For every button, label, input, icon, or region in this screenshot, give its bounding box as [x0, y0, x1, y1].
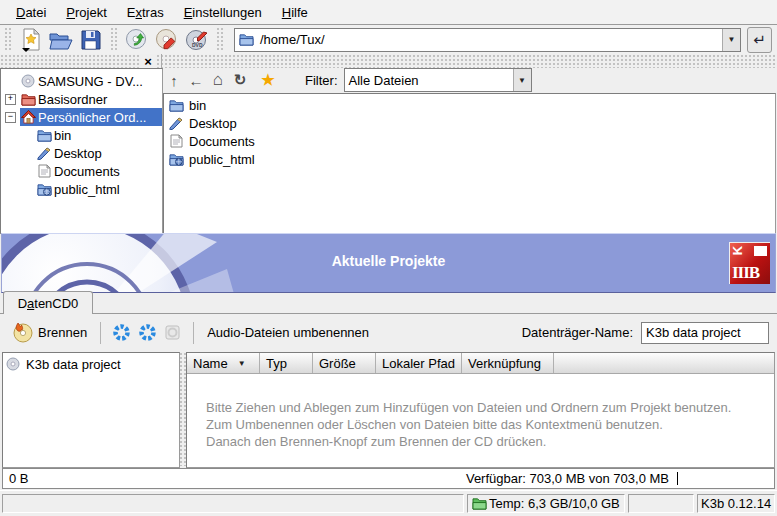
- drop-hint-text: Bitte Ziehen und Ablegen zum Hinzufügen …: [187, 374, 774, 450]
- tree-item-desktop[interactable]: Desktop: [1, 144, 162, 162]
- tree-item-basisordner[interactable]: + Basisordner: [1, 90, 162, 108]
- tree-item-persoenlicher-ordner[interactable]: − Persönlicher Ord...: [1, 108, 162, 126]
- expander-plus-icon[interactable]: +: [5, 94, 16, 105]
- column-header-verknuepfung[interactable]: Verknüpfung: [462, 353, 554, 373]
- folder-blue-icon: [36, 127, 52, 143]
- rename-audio-files-button[interactable]: Audio-Dateien umbenennen: [207, 325, 369, 340]
- bookmark-button[interactable]: ★: [257, 69, 279, 91]
- import-session-button-disabled[interactable]: [160, 321, 186, 345]
- burn-dvd-image-button[interactable]: DVD: [182, 26, 212, 53]
- file-item-bin[interactable]: bin: [164, 96, 775, 114]
- projects-banner: Aktuelle Projekte K IIIB: [1, 233, 776, 293]
- parse-magic-button-2[interactable]: [134, 321, 160, 345]
- column-label: Lokaler Pfad: [382, 356, 455, 371]
- erase-cd-icon: [155, 28, 179, 52]
- gray-document-icon: [164, 324, 182, 342]
- folder-icon: [238, 32, 254, 48]
- open-folder-icon: [49, 30, 73, 50]
- volume-name-input[interactable]: [641, 322, 769, 344]
- save-button[interactable]: [76, 26, 106, 53]
- available-space-text: Verfügbar: 703,0 MB von 703,0 MB: [466, 471, 669, 486]
- file-name: Documents: [189, 134, 255, 149]
- folder-red-icon: [20, 91, 36, 107]
- hint-line: Zum Umbenennen oder Löschen von Dateien …: [206, 416, 774, 433]
- reload-button[interactable]: ↻: [229, 69, 251, 91]
- toolbar-handle[interactable]: [216, 27, 224, 52]
- file-item-public-html[interactable]: public_html: [164, 150, 775, 168]
- desktop-icon: [36, 145, 52, 161]
- expander-minus-icon[interactable]: −: [5, 112, 16, 123]
- status-bar: Temp: 6,3 GB/10,0 GB K3b 0.12.14: [0, 490, 777, 516]
- filter-combobox[interactable]: Alle Dateien ▼: [344, 68, 532, 92]
- new-project-button[interactable]: [16, 26, 46, 53]
- toolbar-handle[interactable]: [4, 27, 12, 52]
- burn-button-label: Brennen: [38, 325, 87, 340]
- format-cd-button[interactable]: [152, 26, 182, 53]
- burn-button[interactable]: Brennen: [6, 319, 93, 346]
- parse-magic-button-1[interactable]: [108, 321, 134, 345]
- dock-handle-strip[interactable]: ×: [0, 54, 777, 68]
- column-header-groesse[interactable]: Größe: [313, 353, 376, 373]
- location-path[interactable]: /home/Tux/: [256, 32, 722, 47]
- project-size-text: 0 B: [3, 471, 29, 486]
- project-toolbar: Brennen Audio-Dateien umbenennen Datentr…: [0, 314, 777, 351]
- tree-item-samsung-dvd[interactable]: SAMSUNG - DV...: [1, 72, 162, 90]
- k3b-main-window: Datei Projekt Extras Einstellungen Hilfe: [0, 0, 777, 516]
- file-item-documents[interactable]: Documents: [164, 132, 775, 150]
- menu-datei[interactable]: Datei: [6, 2, 56, 23]
- copy-cd-button[interactable]: [122, 26, 152, 53]
- filter-value[interactable]: Alle Dateien: [345, 73, 513, 88]
- project-root-item[interactable]: K3b data project: [3, 353, 179, 372]
- statusbar-version-segment: K3b 0.12.14: [697, 494, 775, 513]
- home-button[interactable]: ⌂: [207, 69, 229, 91]
- statusbar-temp-segment[interactable]: Temp: 6,3 GB/10,0 GB: [467, 494, 625, 513]
- blue-ring-icon: [138, 323, 157, 342]
- toolbar-separator: [100, 322, 101, 344]
- file-name: public_html: [189, 152, 255, 167]
- project-file-view: Name ▼ Typ Größe Lokaler Pfad Verknüpfun…: [186, 352, 775, 468]
- splitter-handle[interactable]: [179, 352, 186, 466]
- open-button[interactable]: [46, 26, 76, 53]
- column-header-lokaler-pfad[interactable]: Lokaler Pfad: [376, 353, 462, 373]
- menu-hilfe[interactable]: Hilfe: [272, 2, 318, 23]
- filter-dropdown-arrow[interactable]: ▼: [513, 69, 531, 91]
- menu-extras[interactable]: Extras: [117, 2, 174, 23]
- up-button[interactable]: ↑: [163, 69, 185, 91]
- temp-space-text: Temp: 6,3 GB/10,0 GB: [489, 496, 620, 511]
- file-item-desktop[interactable]: Desktop: [164, 114, 775, 132]
- menu-projekt[interactable]: Projekt: [56, 2, 116, 23]
- browser-nav-toolbar: ↑ ← ⌂ ↻ ★ Filter: Alle Dateien ▼: [163, 68, 776, 92]
- column-header-name[interactable]: Name ▼: [187, 353, 260, 373]
- tree-item-label: Basisordner: [38, 92, 107, 107]
- version-text: K3b 0.12.14: [701, 496, 771, 511]
- tree-item-label: Documents: [54, 164, 120, 179]
- blue-ring-icon: [112, 323, 131, 342]
- back-icon: ←: [189, 72, 204, 89]
- tab-datencd0[interactable]: DatenCD0: [3, 291, 93, 314]
- menu-einstellungen[interactable]: Einstellungen: [174, 2, 272, 23]
- cd-project-icon: [5, 356, 21, 372]
- column-header-typ[interactable]: Typ: [260, 353, 313, 373]
- hint-line: Bitte Ziehen und Ablegen zum Hinzufügen …: [206, 399, 774, 416]
- column-header-empty[interactable]: [554, 353, 774, 373]
- document-icon: [36, 163, 52, 179]
- project-root-label: K3b data project: [26, 357, 121, 372]
- close-panel-button[interactable]: ×: [139, 54, 157, 68]
- fill-status-bar[interactable]: 0 B Verfügbar: 703,0 MB von 703,0 MB: [2, 468, 775, 489]
- tree-item-bin[interactable]: bin: [1, 126, 162, 144]
- folder-blue-icon: [168, 97, 184, 113]
- tree-item-documents[interactable]: Documents: [1, 162, 162, 180]
- dock-separator: [161, 54, 162, 68]
- location-combobox[interactable]: /home/Tux/ ▼: [234, 28, 741, 52]
- tree-item-label: bin: [54, 128, 71, 143]
- location-dropdown-arrow[interactable]: ▼: [722, 29, 740, 51]
- banner-title: Aktuelle Projekte: [2, 253, 775, 269]
- column-label: Größe: [319, 356, 356, 371]
- directory-tree-panel: SAMSUNG - DV... + Basisordner − Persönli…: [0, 68, 163, 234]
- toolbar-handle[interactable]: [110, 27, 118, 52]
- back-button[interactable]: ←: [185, 69, 207, 91]
- tree-item-public-html[interactable]: public_html: [1, 180, 162, 198]
- go-button[interactable]: ↵: [747, 27, 772, 53]
- tree-item-label: Desktop: [54, 146, 102, 161]
- refresh-icon: ↻: [234, 71, 247, 89]
